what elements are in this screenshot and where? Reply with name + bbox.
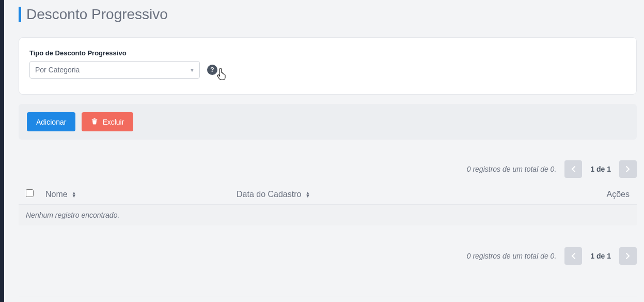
main-content: Desconto Progressivo Tipo de Desconto Pr…	[4, 0, 644, 302]
action-bar: Adicionar Excluir	[19, 104, 637, 140]
filter-card: Tipo de Desconto Progressivo Por Categor…	[19, 37, 637, 95]
column-date-label: Data do Cadastro	[237, 190, 301, 199]
add-button-label: Adicionar	[36, 118, 66, 126]
page-title-accent	[19, 7, 21, 22]
next-page-button[interactable]	[619, 247, 637, 265]
prev-page-button[interactable]	[564, 160, 582, 178]
select-all-checkbox[interactable]	[26, 189, 34, 197]
column-name[interactable]: Nome ▲▼	[45, 190, 237, 199]
chevron-left-icon	[571, 166, 575, 172]
type-label: Tipo de Desconto Progressivo	[29, 49, 626, 57]
select-all-cell	[26, 189, 45, 199]
pointer-cursor-icon	[216, 67, 228, 83]
sidebar	[0, 0, 4, 302]
page-indicator: 1 de 1	[590, 165, 611, 173]
pagination-top: 0 registros de um total de 0. 1 de 1	[19, 160, 637, 178]
sort-icon: ▲▼	[305, 191, 310, 198]
prev-page-button[interactable]	[564, 247, 582, 265]
table-header: Nome ▲▼ Data do Cadastro ▲▼ Ações	[19, 184, 637, 205]
empty-state: Nenhum registro encontrado.	[19, 205, 637, 225]
sort-icon: ▲▼	[72, 191, 76, 198]
chevron-right-icon	[626, 253, 630, 259]
column-actions: Ações	[583, 190, 630, 199]
next-page-button[interactable]	[619, 160, 637, 178]
type-select[interactable]: Por Categoria	[29, 61, 200, 79]
column-date[interactable]: Data do Cadastro ▲▼	[237, 190, 583, 199]
trash-icon	[91, 117, 98, 126]
footer-divider	[19, 296, 637, 296]
help-icon[interactable]: ?	[207, 65, 217, 75]
page-title-wrap: Desconto Progressivo	[19, 6, 637, 23]
pagination-bottom: 0 registros de um total de 0. 1 de 1	[19, 247, 637, 265]
chevron-left-icon	[571, 253, 575, 259]
pagination-summary: 0 registros de um total de 0.	[467, 252, 557, 260]
type-select-row: Por Categoria ▼ ?	[29, 61, 626, 79]
pagination-summary: 0 registros de um total de 0.	[467, 165, 557, 173]
delete-button-label: Excluir	[102, 118, 124, 126]
delete-button[interactable]: Excluir	[82, 112, 133, 131]
page-title: Desconto Progressivo	[26, 6, 168, 23]
column-name-label: Nome	[45, 190, 68, 199]
chevron-right-icon	[626, 166, 630, 172]
column-actions-label: Ações	[607, 190, 630, 199]
page-indicator: 1 de 1	[590, 252, 611, 260]
add-button[interactable]: Adicionar	[27, 112, 75, 131]
